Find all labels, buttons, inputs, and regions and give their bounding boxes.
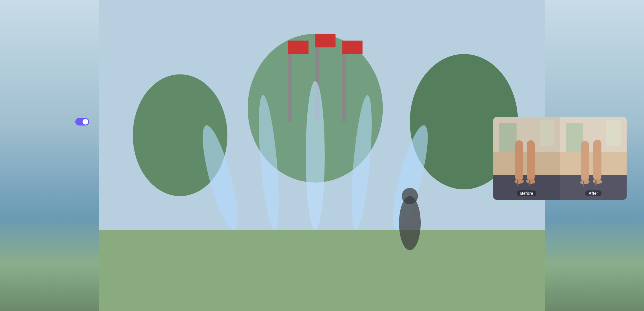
after-legs xyxy=(560,117,627,200)
svg-rect-30 xyxy=(529,180,530,186)
video-thumbnail xyxy=(72,29,168,96)
fountain-scene xyxy=(72,29,168,96)
svg-rect-29 xyxy=(517,180,518,186)
svg-rect-25 xyxy=(515,140,523,181)
svg-rect-37 xyxy=(593,140,601,181)
before-legs xyxy=(493,117,560,200)
svg-rect-24 xyxy=(540,120,554,146)
svg-rect-23 xyxy=(499,123,517,152)
svg-rect-36 xyxy=(581,141,589,181)
svg-rect-41 xyxy=(595,180,596,186)
svg-rect-40 xyxy=(583,181,584,187)
before-after-preview: Before xyxy=(493,117,627,200)
after-panel: After xyxy=(560,117,627,200)
toggle-knob xyxy=(83,119,88,125)
after-label: After xyxy=(585,190,602,196)
svg-rect-26 xyxy=(527,140,535,181)
main-layout: ⊞ All AI Tools 🗂 My Files Featured ✦ Ima… xyxy=(0,16,644,311)
svg-rect-35 xyxy=(606,120,621,146)
framerate-toggle[interactable] xyxy=(75,118,89,126)
video-card: You have 2 days left to process uploaded… xyxy=(66,23,636,102)
before-label: Before xyxy=(517,190,537,196)
svg-rect-34 xyxy=(566,123,583,152)
main-content: You have 2 days left to process uploaded… xyxy=(58,16,644,311)
before-panel: Before xyxy=(493,117,560,200)
